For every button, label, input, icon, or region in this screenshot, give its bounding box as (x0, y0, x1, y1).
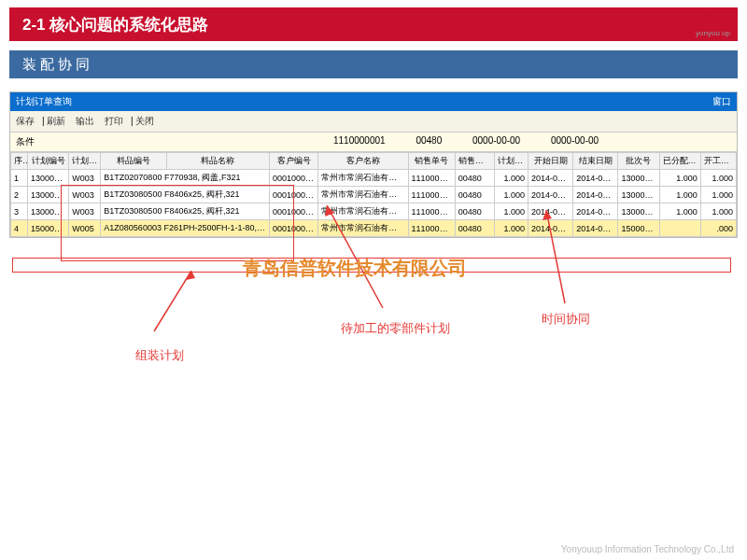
slide-subtitle: 装配协同 (22, 56, 93, 74)
slide-title: 2-1 核心问题的系统化思路 (22, 14, 208, 35)
close-button[interactable]: 关闭 (135, 116, 154, 126)
table-header-row: 序号计划编号计划类别料品编号料品名称客户编号客户名称销售单号销售单行号计划数量开… (11, 153, 737, 170)
export-button[interactable]: 输出 (76, 116, 94, 126)
condition-row: 条件 1110000001 00480 0000-00-00 0000-00-0… (10, 133, 737, 152)
annotation-parts-plan: 待加工的零部件计划 (341, 320, 450, 337)
app-window: 计划订单查询 窗口 保存| 刷新 输出 打印| 关闭 条件 1110000001… (9, 91, 738, 238)
slide-subtitle-bar: 装配协同 (9, 50, 738, 78)
plan-order-table: 序号计划编号计划类别料品编号料品名称客户编号客户名称销售单号销售单行号计划数量开… (10, 152, 737, 237)
table-row[interactable]: 113000405W003B1TZ02070800 F770938, 阀盖,F3… (11, 170, 737, 187)
window-corner: 窗口 (712, 95, 731, 108)
save-button[interactable]: 保存 (16, 116, 35, 126)
annotation-assembly-plan: 组装计划 (135, 347, 184, 364)
arrow-1 (145, 271, 201, 341)
window-titlebar: 计划订单查询 窗口 (10, 92, 737, 111)
svg-marker-1 (186, 271, 195, 280)
footer-text: Yonyouup Information Technology Co.,Ltd (561, 544, 734, 554)
watermark-text: 青岛信普软件技术有限公司 (243, 256, 467, 281)
svg-line-0 (154, 271, 191, 331)
print-button[interactable]: 打印 (105, 116, 123, 126)
window-title: 计划订单查询 (16, 95, 72, 108)
annotation-box-row (12, 258, 731, 273)
toolbar: 保存| 刷新 输出 打印| 关闭 (10, 111, 737, 133)
table-row[interactable]: 213000419W003B1TZ03080500 F8406x25, 阀杆,3… (11, 187, 737, 203)
slide-title-bar: 2-1 核心问题的系统化思路 (9, 7, 738, 41)
brand-logo: 用友优普yonyou up (674, 11, 730, 37)
table-row[interactable]: 313000369W003B1TZ03080500 F8406x25, 阀杆,3… (11, 203, 737, 220)
annotation-time-sync: 时间协同 (542, 311, 590, 328)
table-row[interactable]: 415000824W005A1Z080560003 F261PH-2500FH-… (11, 220, 737, 237)
refresh-button[interactable]: 刷新 (47, 116, 65, 126)
condition-label: 条件 (16, 135, 53, 148)
